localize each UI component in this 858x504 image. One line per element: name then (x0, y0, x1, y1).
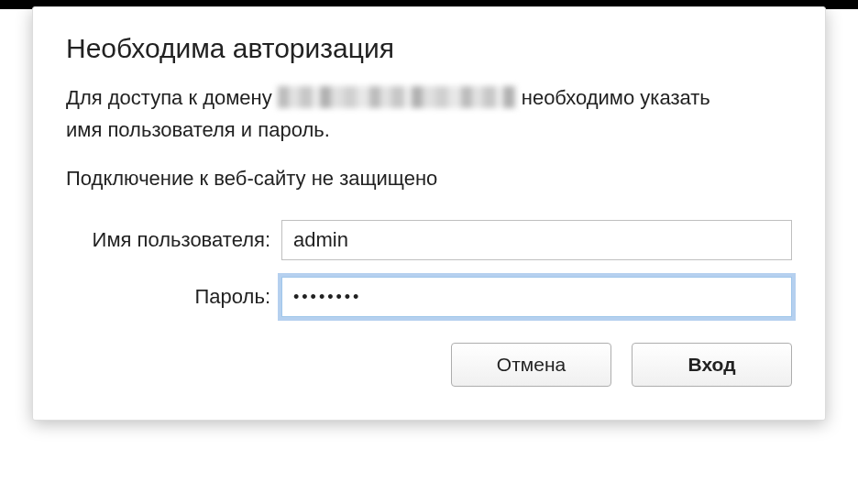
dialog-button-row: Отмена Вход (66, 343, 792, 387)
username-row: Имя пользователя: (66, 220, 792, 260)
password-row: Пароль: (66, 277, 792, 317)
cancel-button[interactable]: Отмена (451, 343, 611, 387)
username-field[interactable] (281, 220, 792, 260)
dialog-title: Необходима авторизация (66, 33, 792, 64)
password-label: Пароль: (66, 285, 281, 309)
desc-prefix: Для доступа к домену (66, 82, 272, 113)
desc-suffix: необходимо указать (522, 82, 710, 113)
submit-button[interactable]: Вход (632, 343, 792, 387)
username-label: Имя пользователя: (66, 228, 281, 252)
auth-dialog: Необходима авторизация Для доступа к дом… (32, 6, 826, 421)
desc-line2: имя пользователя и пароль. (66, 115, 792, 145)
password-field[interactable] (281, 277, 792, 317)
dialog-description: Для доступа к домену необходимо указать … (66, 82, 792, 145)
insecure-connection-notice: Подключение к веб-сайту не защищено (66, 167, 792, 191)
redacted-domain (278, 86, 516, 108)
